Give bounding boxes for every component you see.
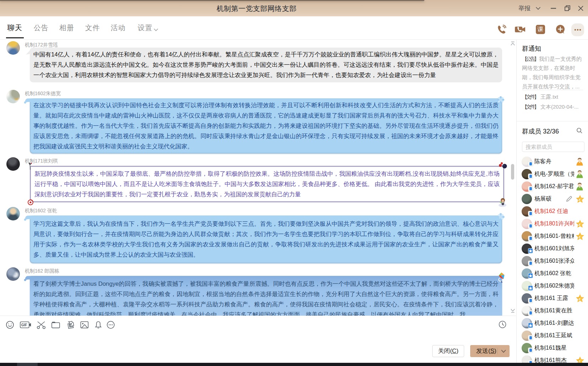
- message-bubble[interactable]: 新冠肺炎疫情发生以来，中国采取了最彻底、最严格的防控举措，取得了积极的防控效果。…: [30, 166, 504, 202]
- avatar[interactable]: [6, 41, 20, 55]
- member-name: 机制161-刘鹏达: [534, 319, 574, 327]
- admin-icon: [576, 182, 584, 192]
- file-item[interactable]: 【文件】文本(2020-04-...: [522, 104, 579, 110]
- member-row[interactable]: 机电-罗顺意（党: [517, 168, 588, 180]
- member-row[interactable]: 机制162-郝宇君: [517, 180, 588, 193]
- more-icon[interactable]: [571, 23, 584, 38]
- member-row[interactable]: 机制1601张泽众: [517, 255, 588, 267]
- avatar[interactable]: [6, 267, 20, 281]
- restore-button[interactable]: [564, 0, 571, 16]
- close-chat-button[interactable]: 关闭(C): [432, 345, 464, 357]
- tab-chat[interactable]: 聊天: [7, 16, 22, 39]
- star-online-badge: [528, 248, 533, 253]
- screenshot-icon[interactable]: [37, 321, 46, 331]
- title-bar: 机制第一党支部网络支部 举报: [0, 0, 588, 16]
- avatar[interactable]: [6, 90, 20, 103]
- message-list[interactable]: 机制172井雪瑶中国有14亿人，有着14亿人的责任和使命，也有着14亿人的付出和…: [0, 40, 516, 316]
- mobile-online-badge: [528, 348, 533, 353]
- mobile-online-badge: [528, 161, 533, 166]
- message-bubble[interactable]: 学习完这篇文章后，我认为在疫情当下，我们作为一名学生共产党员要做到以下三点。首先…: [30, 215, 502, 263]
- member-avatar[interactable]: [522, 194, 532, 204]
- member-row[interactable]: 机制161 王露z: [517, 292, 588, 305]
- class-icon[interactable]: 课: [536, 25, 545, 34]
- search-icon[interactable]: [576, 127, 583, 135]
- file-item[interactable]: 【文件】王露.txt: [522, 94, 558, 100]
- member-row[interactable]: 机制161王延斌: [517, 329, 588, 342]
- voice-call-icon[interactable]: [496, 24, 507, 36]
- tab-activity[interactable]: 活动: [111, 16, 126, 39]
- composer-buttons: 关闭(C) 发送(S): [0, 345, 516, 359]
- file-send-icon[interactable]: [66, 321, 76, 332]
- member-row[interactable]: 陈客舟: [517, 155, 588, 168]
- message-bubble[interactable]: 中国有14亿人，有着14亿人的责任和使命，也有着14亿人的付出和奉献。繁星点点汇…: [30, 48, 502, 82]
- close-button[interactable]: [577, 0, 584, 16]
- window-title: 机制第一党支部网络支部: [213, 4, 300, 13]
- mobile-online-badge: [528, 261, 533, 266]
- chat-scrollbar[interactable]: [511, 164, 514, 180]
- member-row[interactable]: 机制161熊杰z: [517, 354, 588, 363]
- gif-icon[interactable]: GIF: [20, 321, 31, 331]
- tab-announcement[interactable]: 公告: [34, 16, 49, 39]
- group-announcement[interactable]: 【公告】我们是一支优秀的网络党支部，在紧急时期，我们每周组织学生党员开展在线学习…: [522, 54, 583, 91]
- send-button[interactable]: 发送(S): [470, 345, 510, 357]
- mobile-online-badge: [528, 186, 533, 191]
- message-history-icon[interactable]: [499, 321, 506, 330]
- tab-bar: 聊天 公告 相册 文件 活动 设置 课: [0, 16, 588, 40]
- typing-pencil-icon: [566, 195, 573, 204]
- svg-text:z: z: [578, 235, 581, 239]
- member-row[interactable]: 机制1801许兴时z: [517, 218, 588, 230]
- svg-text:z: z: [578, 197, 581, 202]
- member-name: 机制1602 张乾: [534, 270, 571, 277]
- message-bubble[interactable]: 看了剑桥大学博士Janus Dongye的回答，我确实被震撼了，被我国丰富的粮食…: [30, 276, 502, 316]
- member-name: 机电-罗顺意（党: [534, 170, 574, 178]
- shake-icon[interactable]: [94, 321, 103, 331]
- qq-group-chat-window: 机制第一党支部网络支部 举报 聊天 公告 相册 文件 活动 设置 课: [0, 0, 588, 366]
- member-list: 陈客舟机电-罗顺意（党机制162-郝宇君杨展硕z机制162 任迪机制1801许兴…: [517, 155, 588, 363]
- report-dropdown-icon[interactable]: [534, 0, 542, 16]
- sidebar: 群通知 【公告】我们是一支优秀的网络党支部，在紧急时期，我们每周组织学生党员开展…: [517, 40, 588, 363]
- member-row[interactable]: 机制1602 张乾: [517, 267, 588, 280]
- settings-dropdown-icon[interactable]: [154, 26, 158, 33]
- image-icon[interactable]: [80, 321, 89, 331]
- send-options-icon[interactable]: [501, 350, 506, 353]
- member-row[interactable]: 机制1601-曾粒粒z: [517, 230, 588, 242]
- avatar[interactable]: [6, 207, 20, 220]
- tab-album[interactable]: 相册: [59, 16, 74, 39]
- member-row[interactable]: 机制1602朱德宽: [517, 280, 588, 292]
- vip-star-icon: z: [576, 220, 584, 230]
- video-call-icon[interactable]: [515, 24, 526, 36]
- message-text: 学习完这篇文章后，我认为在疫情当下，我们作为一名学生共产党员要做到以下三点。首先…: [33, 220, 499, 258]
- member-name: 机制161 王露: [534, 295, 568, 302]
- folder-icon[interactable]: [51, 321, 60, 331]
- member-name: 机制161王延斌: [534, 332, 572, 339]
- message-text: 中国有14亿人，有着14亿人的责任和使命，也有着14亿人的付出和奉献。繁星点点汇…: [33, 51, 499, 78]
- add-icon[interactable]: [555, 24, 566, 36]
- member-row[interactable]: 杨展硕z: [517, 193, 588, 205]
- minimize-button[interactable]: [550, 0, 557, 16]
- more-icon[interactable]: [106, 321, 115, 331]
- tab-settings[interactable]: 设置: [138, 16, 153, 39]
- svg-text:GIF: GIF: [21, 323, 27, 327]
- collapse-top-icon[interactable]: [510, 41, 516, 48]
- member-row[interactable]: 机制161魏星: [517, 342, 588, 354]
- mobile-online-badge: [528, 236, 533, 241]
- member-row[interactable]: 机制161-刘鹏达: [517, 317, 588, 329]
- sender-name: 机制162 郎国栋: [25, 268, 59, 274]
- group-notice-title: 群通知: [522, 44, 541, 53]
- member-row[interactable]: 机制1601刘旭东: [517, 242, 588, 255]
- member-name: 杨展硕: [534, 195, 551, 203]
- member-row[interactable]: 机制161黄在胜: [517, 305, 588, 317]
- tab-files[interactable]: 文件: [85, 16, 100, 39]
- emoji-icon[interactable]: [6, 321, 14, 331]
- member-search-input[interactable]: 搜索群成员: [522, 142, 584, 152]
- svg-text:z: z: [578, 222, 581, 226]
- message-text: 新冠肺炎疫情发生以来，中国采取了最彻底、最严格的防控举措，取得了积极的防控效果。…: [34, 170, 500, 198]
- member-row[interactable]: 机制162 任迪: [517, 205, 588, 218]
- avatar[interactable]: [6, 157, 20, 171]
- star-online-badge: [528, 273, 533, 278]
- message-bubble[interactable]: 在这次学习的链接中我再次认识到中国特色社会主义制度可以将治理体制有效转换治理效能…: [30, 98, 502, 153]
- overlapping-window-shadow: [0, 0, 424, 1]
- collapse-bottom-icon[interactable]: [510, 308, 516, 315]
- report-button[interactable]: 举报: [518, 4, 531, 12]
- message-input[interactable]: [0, 334, 516, 345]
